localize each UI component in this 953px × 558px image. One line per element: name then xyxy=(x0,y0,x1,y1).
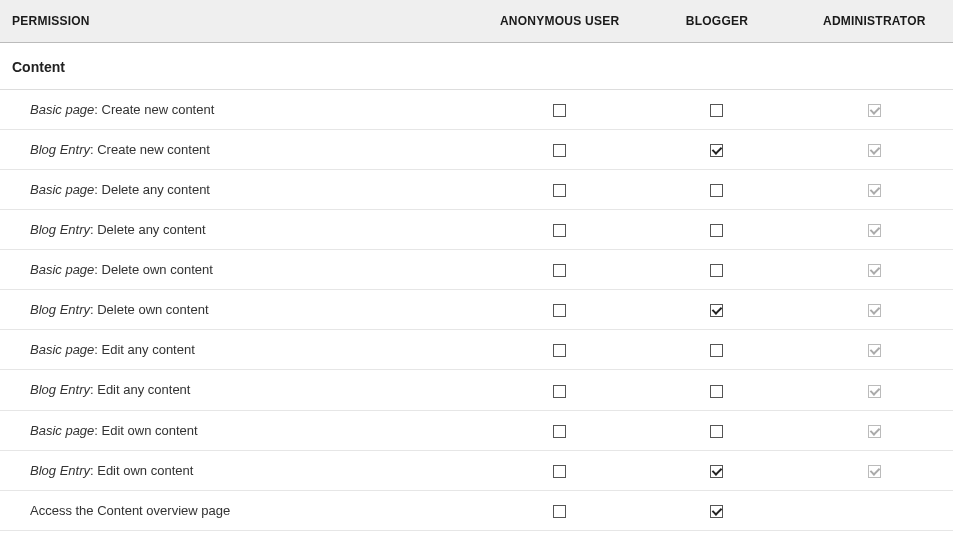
checkbox-cell xyxy=(481,490,638,530)
checkbox-cell xyxy=(796,330,953,370)
permission-label: Blog Entry: Edit any content xyxy=(0,370,481,410)
checkbox-cell xyxy=(638,210,795,250)
permission-checkbox[interactable] xyxy=(710,505,723,518)
permission-action: Delete any content xyxy=(102,182,210,197)
permission-action: Delete own content xyxy=(97,302,208,317)
checkbox-cell xyxy=(638,490,795,530)
checkbox-cell xyxy=(481,410,638,450)
permission-checkbox[interactable] xyxy=(710,304,723,317)
table-row: Basic page: Delete own content xyxy=(0,250,953,290)
checkbox-cell xyxy=(796,250,953,290)
permission-checkbox xyxy=(868,264,881,277)
permission-checkbox xyxy=(868,344,881,357)
permission-checkbox[interactable] xyxy=(553,465,566,478)
permission-checkbox[interactable] xyxy=(553,104,566,117)
permission-action: Create new content xyxy=(97,142,210,157)
permission-label: Basic page: Delete any content xyxy=(0,170,481,210)
permission-checkbox[interactable] xyxy=(710,144,723,157)
permission-label: Blog Entry: Create new content xyxy=(0,130,481,170)
permission-label: Basic page: Delete own content xyxy=(0,250,481,290)
checkbox-cell xyxy=(481,130,638,170)
permission-type: Blog Entry xyxy=(30,463,90,478)
checkbox-cell xyxy=(796,130,953,170)
permission-type: Basic page xyxy=(30,342,94,357)
permission-checkbox[interactable] xyxy=(553,224,566,237)
checkbox-cell xyxy=(796,90,953,130)
permission-checkbox[interactable] xyxy=(710,385,723,398)
permission-checkbox[interactable] xyxy=(710,264,723,277)
permission-checkbox xyxy=(868,184,881,197)
table-row: Basic page: Edit any content xyxy=(0,330,953,370)
permission-action: Edit own content xyxy=(97,463,193,478)
permissions-table: Permission Anonymous user Blogger Admini… xyxy=(0,0,953,531)
checkbox-cell xyxy=(796,410,953,450)
checkbox-cell xyxy=(481,250,638,290)
permission-checkbox[interactable] xyxy=(553,304,566,317)
table-row: Basic page: Edit own content xyxy=(0,410,953,450)
permission-action: Access the Content overview page xyxy=(30,503,230,518)
permission-type: Blog Entry xyxy=(30,222,90,237)
checkbox-cell xyxy=(481,290,638,330)
checkbox-cell xyxy=(638,250,795,290)
permission-checkbox[interactable] xyxy=(553,344,566,357)
table-row: Blog Entry: Create new content xyxy=(0,130,953,170)
checkbox-cell xyxy=(481,450,638,490)
permission-label: Basic page: Create new content xyxy=(0,90,481,130)
permission-checkbox[interactable] xyxy=(553,385,566,398)
permission-checkbox xyxy=(868,425,881,438)
checkbox-cell xyxy=(481,370,638,410)
permission-checkbox[interactable] xyxy=(710,224,723,237)
permission-checkbox[interactable] xyxy=(710,104,723,117)
permission-checkbox xyxy=(868,144,881,157)
permission-type: Basic page xyxy=(30,262,94,277)
permission-checkbox xyxy=(868,104,881,117)
permission-action: Create new content xyxy=(102,102,215,117)
permission-action: Edit any content xyxy=(97,382,190,397)
checkbox-cell xyxy=(638,410,795,450)
checkbox-cell xyxy=(796,490,953,530)
permission-checkbox xyxy=(868,385,881,398)
column-header-permission: Permission xyxy=(0,0,481,43)
permission-type: Blog Entry xyxy=(30,302,90,317)
checkbox-cell xyxy=(796,450,953,490)
checkbox-cell xyxy=(796,370,953,410)
permission-label: Blog Entry: Edit own content xyxy=(0,450,481,490)
checkbox-cell xyxy=(638,130,795,170)
column-header-blogger: Blogger xyxy=(638,0,795,43)
checkbox-cell xyxy=(481,330,638,370)
permission-checkbox xyxy=(868,224,881,237)
column-header-anonymous: Anonymous user xyxy=(481,0,638,43)
checkbox-cell xyxy=(638,330,795,370)
permission-action: Edit own content xyxy=(102,423,198,438)
permission-checkbox[interactable] xyxy=(553,144,566,157)
permission-action: Edit any content xyxy=(102,342,195,357)
checkbox-cell xyxy=(481,170,638,210)
permission-checkbox[interactable] xyxy=(553,264,566,277)
permission-type: Blog Entry xyxy=(30,382,90,397)
table-header-row: Permission Anonymous user Blogger Admini… xyxy=(0,0,953,43)
permission-checkbox[interactable] xyxy=(553,184,566,197)
permission-checkbox[interactable] xyxy=(710,425,723,438)
permission-checkbox[interactable] xyxy=(553,425,566,438)
permission-label: Access the Content overview page xyxy=(0,490,481,530)
permission-type: Basic page xyxy=(30,102,94,117)
column-header-administrator: Administrator xyxy=(796,0,953,43)
permission-type: Blog Entry xyxy=(30,142,90,157)
permission-type: Basic page xyxy=(30,423,94,438)
table-row: Basic page: Delete any content xyxy=(0,170,953,210)
checkbox-cell xyxy=(796,210,953,250)
permission-checkbox[interactable] xyxy=(710,344,723,357)
permission-checkbox xyxy=(868,304,881,317)
checkbox-cell xyxy=(638,90,795,130)
table-row: Basic page: Create new content xyxy=(0,90,953,130)
permission-checkbox[interactable] xyxy=(710,465,723,478)
permission-label: Blog Entry: Delete any content xyxy=(0,210,481,250)
permission-type: Basic page xyxy=(30,182,94,197)
permission-action: Delete own content xyxy=(102,262,213,277)
permission-action: Delete any content xyxy=(97,222,205,237)
permission-label: Basic page: Edit any content xyxy=(0,330,481,370)
table-row: Access the Content overview page xyxy=(0,490,953,530)
permission-checkbox[interactable] xyxy=(553,505,566,518)
checkbox-cell xyxy=(638,170,795,210)
permission-checkbox[interactable] xyxy=(710,184,723,197)
